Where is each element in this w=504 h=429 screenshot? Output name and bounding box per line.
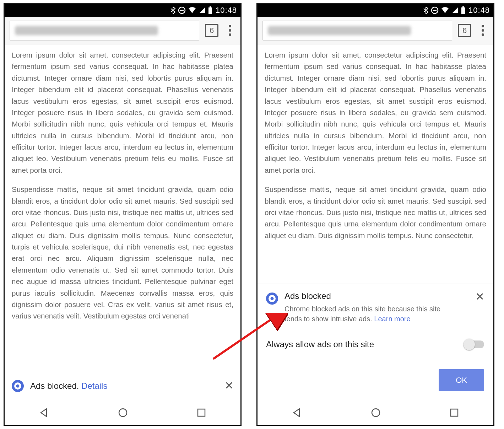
close-button[interactable] [225,380,233,392]
status-bar: 10:48 [5,4,240,17]
android-navbar [5,400,240,425]
wifi-icon [441,7,449,14]
page-content[interactable]: Lorem ipsum dolor sit amet, consectetur … [258,44,493,284]
svg-rect-10 [461,7,465,14]
recents-button[interactable] [196,408,206,418]
tab-switcher[interactable]: 6 [458,24,471,37]
bluetooth-icon [170,6,176,14]
ads-blocked-sheet: Ads blocked Chrome blocked ads on this s… [258,284,493,400]
svg-point-5 [16,385,20,388]
tab-switcher[interactable]: 6 [205,24,218,37]
battery-icon [208,6,213,14]
ads-blocked-infobar: Ads blocked. Details [5,372,240,400]
lorem-paragraph: Suspendisse mattis, neque sit amet tinci… [12,184,233,322]
svg-rect-2 [208,7,212,14]
browser-toolbar: 6 [258,17,493,44]
home-button[interactable] [118,407,128,418]
lorem-paragraph: Lorem ipsum dolor sit amet, consectetur … [265,49,486,176]
back-icon [39,407,49,418]
do-not-disturb-icon [178,6,186,14]
learn-more-link[interactable]: Learn more [374,315,410,323]
home-icon [370,407,381,418]
svg-rect-7 [198,409,205,416]
status-icons [170,6,213,14]
svg-point-13 [271,297,274,300]
wifi-icon [188,7,196,14]
infobar-title: Ads blocked. [30,381,79,391]
cellular-icon [199,7,206,14]
close-icon [225,381,233,390]
clock: 10:48 [216,6,237,15]
svg-rect-11 [462,6,464,7]
ok-button[interactable]: OK [439,369,484,391]
page-content[interactable]: Lorem ipsum dolor sit amet, consectetur … [5,44,240,372]
sheet-title: Ads blocked [284,291,448,301]
url-bar[interactable] [262,21,452,41]
cellular-icon [451,7,459,14]
back-icon [292,407,302,418]
close-button[interactable] [476,291,484,303]
lorem-paragraph: Lorem ipsum dolor sit amet, consectetur … [12,49,233,176]
status-icons [423,6,466,14]
url-text-blurred [15,26,158,35]
allow-ads-label: Always allow ads on this site [266,339,374,349]
back-button[interactable] [292,407,302,418]
clock: 10:48 [468,6,490,15]
svg-rect-15 [451,409,458,416]
status-bar: 10:48 [258,4,493,17]
chrome-icon [12,380,24,392]
svg-point-6 [119,409,127,417]
bluetooth-icon [423,6,429,14]
allow-ads-toggle[interactable] [464,340,484,348]
recents-button[interactable] [449,408,459,418]
sheet-subtitle: Chrome blocked ads on this site because … [284,305,440,323]
details-link[interactable]: Details [81,381,107,391]
do-not-disturb-icon [431,6,439,14]
svg-rect-3 [210,6,211,7]
battery-icon [461,6,466,14]
url-bar[interactable] [10,21,199,41]
close-icon [476,292,484,301]
back-button[interactable] [39,407,49,418]
phone-expanded: 10:48 6 Lorem ipsum dolor sit amet, cons… [256,3,494,426]
menu-button[interactable] [224,25,235,36]
home-button[interactable] [370,407,381,418]
lorem-paragraph: Suspendisse mattis, neque sit amet tinci… [265,184,486,241]
url-text-blurred [268,26,411,35]
recents-icon [449,408,459,418]
browser-toolbar: 6 [5,17,240,44]
phone-collapsed: 10:48 6 Lorem ipsum dolor sit amet, cons… [4,3,242,426]
svg-point-14 [372,409,380,417]
chrome-icon [266,293,278,305]
android-navbar [258,400,493,425]
home-icon [118,407,128,418]
recents-icon [196,408,206,418]
menu-button[interactable] [477,25,488,36]
